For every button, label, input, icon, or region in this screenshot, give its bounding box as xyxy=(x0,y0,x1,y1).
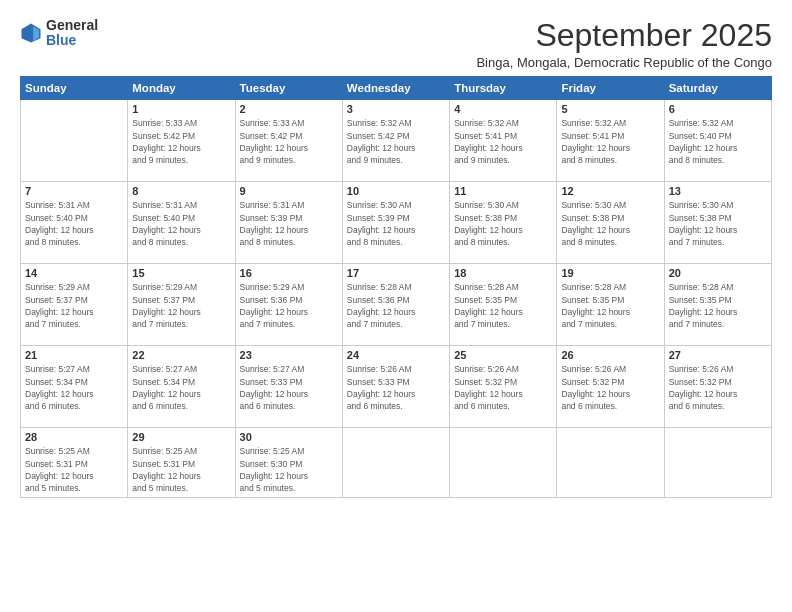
calendar-cell: 30Sunrise: 5:25 AM Sunset: 5:30 PM Dayli… xyxy=(235,428,342,498)
day-detail: Sunrise: 5:30 AM Sunset: 5:38 PM Dayligh… xyxy=(454,199,552,248)
calendar-week-4: 21Sunrise: 5:27 AM Sunset: 5:34 PM Dayli… xyxy=(21,346,772,428)
title-block: September 2025 Binga, Mongala, Democrati… xyxy=(476,18,772,70)
calendar-cell: 25Sunrise: 5:26 AM Sunset: 5:32 PM Dayli… xyxy=(450,346,557,428)
calendar-cell xyxy=(664,428,771,498)
day-detail: Sunrise: 5:26 AM Sunset: 5:32 PM Dayligh… xyxy=(669,363,767,412)
calendar-week-2: 7Sunrise: 5:31 AM Sunset: 5:40 PM Daylig… xyxy=(21,182,772,264)
page: General Blue September 2025 Binga, Monga… xyxy=(0,0,792,612)
day-detail: Sunrise: 5:31 AM Sunset: 5:40 PM Dayligh… xyxy=(25,199,123,248)
day-detail: Sunrise: 5:25 AM Sunset: 5:31 PM Dayligh… xyxy=(25,445,123,494)
day-detail: Sunrise: 5:33 AM Sunset: 5:42 PM Dayligh… xyxy=(240,117,338,166)
day-number: 22 xyxy=(132,349,230,361)
day-detail: Sunrise: 5:32 AM Sunset: 5:41 PM Dayligh… xyxy=(454,117,552,166)
header-monday: Monday xyxy=(128,77,235,100)
day-number: 4 xyxy=(454,103,552,115)
calendar-cell: 13Sunrise: 5:30 AM Sunset: 5:38 PM Dayli… xyxy=(664,182,771,264)
day-detail: Sunrise: 5:29 AM Sunset: 5:37 PM Dayligh… xyxy=(25,281,123,330)
day-number: 13 xyxy=(669,185,767,197)
header-saturday: Saturday xyxy=(664,77,771,100)
calendar-cell: 15Sunrise: 5:29 AM Sunset: 5:37 PM Dayli… xyxy=(128,264,235,346)
logo: General Blue xyxy=(20,18,98,49)
calendar-cell: 18Sunrise: 5:28 AM Sunset: 5:35 PM Dayli… xyxy=(450,264,557,346)
calendar-cell: 17Sunrise: 5:28 AM Sunset: 5:36 PM Dayli… xyxy=(342,264,449,346)
day-detail: Sunrise: 5:26 AM Sunset: 5:32 PM Dayligh… xyxy=(561,363,659,412)
calendar-cell: 1Sunrise: 5:33 AM Sunset: 5:42 PM Daylig… xyxy=(128,100,235,182)
day-detail: Sunrise: 5:32 AM Sunset: 5:41 PM Dayligh… xyxy=(561,117,659,166)
day-number: 23 xyxy=(240,349,338,361)
day-number: 12 xyxy=(561,185,659,197)
day-number: 18 xyxy=(454,267,552,279)
day-number: 11 xyxy=(454,185,552,197)
calendar-body: 1Sunrise: 5:33 AM Sunset: 5:42 PM Daylig… xyxy=(21,100,772,498)
day-detail: Sunrise: 5:25 AM Sunset: 5:31 PM Dayligh… xyxy=(132,445,230,494)
calendar-week-5: 28Sunrise: 5:25 AM Sunset: 5:31 PM Dayli… xyxy=(21,428,772,498)
day-number: 2 xyxy=(240,103,338,115)
calendar-cell: 22Sunrise: 5:27 AM Sunset: 5:34 PM Dayli… xyxy=(128,346,235,428)
header-thursday: Thursday xyxy=(450,77,557,100)
calendar-cell xyxy=(450,428,557,498)
day-detail: Sunrise: 5:26 AM Sunset: 5:32 PM Dayligh… xyxy=(454,363,552,412)
day-number: 15 xyxy=(132,267,230,279)
day-number: 21 xyxy=(25,349,123,361)
calendar-cell: 21Sunrise: 5:27 AM Sunset: 5:34 PM Dayli… xyxy=(21,346,128,428)
day-number: 3 xyxy=(347,103,445,115)
calendar-cell: 11Sunrise: 5:30 AM Sunset: 5:38 PM Dayli… xyxy=(450,182,557,264)
calendar-cell: 4Sunrise: 5:32 AM Sunset: 5:41 PM Daylig… xyxy=(450,100,557,182)
day-detail: Sunrise: 5:28 AM Sunset: 5:35 PM Dayligh… xyxy=(561,281,659,330)
calendar-week-1: 1Sunrise: 5:33 AM Sunset: 5:42 PM Daylig… xyxy=(21,100,772,182)
calendar-cell: 2Sunrise: 5:33 AM Sunset: 5:42 PM Daylig… xyxy=(235,100,342,182)
day-number: 20 xyxy=(669,267,767,279)
calendar-cell: 12Sunrise: 5:30 AM Sunset: 5:38 PM Dayli… xyxy=(557,182,664,264)
day-number: 26 xyxy=(561,349,659,361)
day-number: 10 xyxy=(347,185,445,197)
month-title: September 2025 xyxy=(476,18,772,53)
calendar-cell: 14Sunrise: 5:29 AM Sunset: 5:37 PM Dayli… xyxy=(21,264,128,346)
day-detail: Sunrise: 5:33 AM Sunset: 5:42 PM Dayligh… xyxy=(132,117,230,166)
calendar-cell: 19Sunrise: 5:28 AM Sunset: 5:35 PM Dayli… xyxy=(557,264,664,346)
header-tuesday: Tuesday xyxy=(235,77,342,100)
calendar-cell: 5Sunrise: 5:32 AM Sunset: 5:41 PM Daylig… xyxy=(557,100,664,182)
day-detail: Sunrise: 5:32 AM Sunset: 5:40 PM Dayligh… xyxy=(669,117,767,166)
header-wednesday: Wednesday xyxy=(342,77,449,100)
calendar-cell: 7Sunrise: 5:31 AM Sunset: 5:40 PM Daylig… xyxy=(21,182,128,264)
day-detail: Sunrise: 5:30 AM Sunset: 5:39 PM Dayligh… xyxy=(347,199,445,248)
day-number: 9 xyxy=(240,185,338,197)
calendar-cell: 28Sunrise: 5:25 AM Sunset: 5:31 PM Dayli… xyxy=(21,428,128,498)
calendar-header: Sunday Monday Tuesday Wednesday Thursday… xyxy=(21,77,772,100)
calendar-cell: 3Sunrise: 5:32 AM Sunset: 5:42 PM Daylig… xyxy=(342,100,449,182)
header-friday: Friday xyxy=(557,77,664,100)
calendar-cell: 27Sunrise: 5:26 AM Sunset: 5:32 PM Dayli… xyxy=(664,346,771,428)
calendar-table: Sunday Monday Tuesday Wednesday Thursday… xyxy=(20,76,772,498)
calendar-cell: 20Sunrise: 5:28 AM Sunset: 5:35 PM Dayli… xyxy=(664,264,771,346)
calendar-cell: 26Sunrise: 5:26 AM Sunset: 5:32 PM Dayli… xyxy=(557,346,664,428)
calendar-cell: 10Sunrise: 5:30 AM Sunset: 5:39 PM Dayli… xyxy=(342,182,449,264)
subtitle: Binga, Mongala, Democratic Republic of t… xyxy=(476,55,772,70)
calendar-cell: 23Sunrise: 5:27 AM Sunset: 5:33 PM Dayli… xyxy=(235,346,342,428)
day-detail: Sunrise: 5:30 AM Sunset: 5:38 PM Dayligh… xyxy=(561,199,659,248)
day-number: 7 xyxy=(25,185,123,197)
logo-text: General Blue xyxy=(46,18,98,49)
calendar-cell: 9Sunrise: 5:31 AM Sunset: 5:39 PM Daylig… xyxy=(235,182,342,264)
day-detail: Sunrise: 5:26 AM Sunset: 5:33 PM Dayligh… xyxy=(347,363,445,412)
day-number: 16 xyxy=(240,267,338,279)
day-detail: Sunrise: 5:27 AM Sunset: 5:33 PM Dayligh… xyxy=(240,363,338,412)
day-number: 27 xyxy=(669,349,767,361)
calendar-cell xyxy=(21,100,128,182)
logo-icon xyxy=(20,22,42,44)
day-detail: Sunrise: 5:29 AM Sunset: 5:36 PM Dayligh… xyxy=(240,281,338,330)
day-number: 14 xyxy=(25,267,123,279)
calendar-cell: 16Sunrise: 5:29 AM Sunset: 5:36 PM Dayli… xyxy=(235,264,342,346)
day-number: 8 xyxy=(132,185,230,197)
day-detail: Sunrise: 5:27 AM Sunset: 5:34 PM Dayligh… xyxy=(25,363,123,412)
day-number: 28 xyxy=(25,431,123,443)
day-detail: Sunrise: 5:27 AM Sunset: 5:34 PM Dayligh… xyxy=(132,363,230,412)
day-number: 24 xyxy=(347,349,445,361)
day-detail: Sunrise: 5:32 AM Sunset: 5:42 PM Dayligh… xyxy=(347,117,445,166)
calendar-cell xyxy=(342,428,449,498)
logo-general-text: General xyxy=(46,18,98,33)
day-number: 1 xyxy=(132,103,230,115)
header-row: Sunday Monday Tuesday Wednesday Thursday… xyxy=(21,77,772,100)
day-number: 17 xyxy=(347,267,445,279)
day-number: 19 xyxy=(561,267,659,279)
calendar-cell xyxy=(557,428,664,498)
